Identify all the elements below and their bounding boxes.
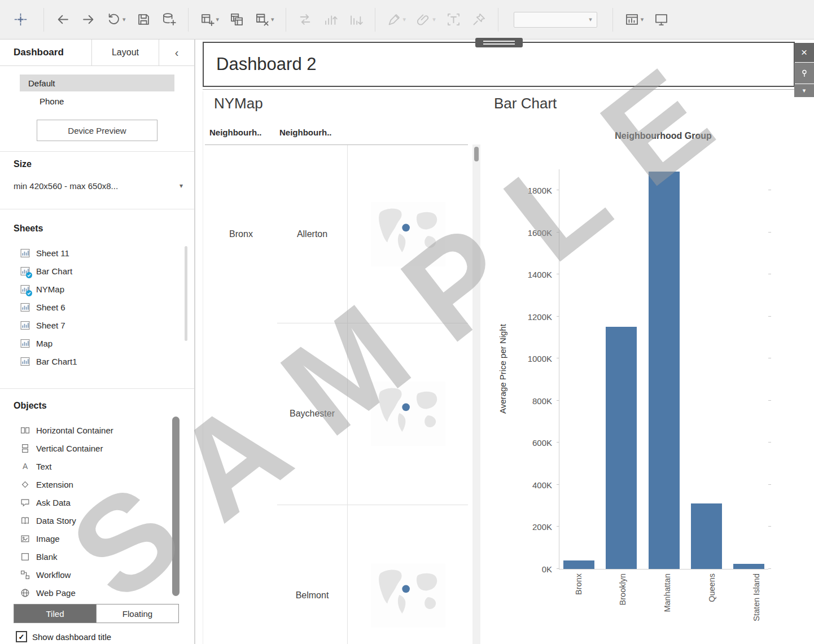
scrollbar-thumb[interactable] [474, 147, 479, 161]
highlight-button[interactable]: ▾ [384, 10, 409, 29]
fit-select[interactable]: ▾ [514, 12, 597, 28]
swap-rows-columns-button[interactable] [295, 10, 315, 29]
tick-mark [557, 190, 559, 190]
drag-handle[interactable] [475, 38, 523, 47]
group-cell[interactable]: Bronx [205, 145, 277, 323]
new-worksheet-button[interactable]: ▾ [198, 10, 222, 29]
show-mark-labels-button[interactable] [444, 10, 463, 29]
show-dashboard-title-checkbox[interactable]: ✓ [16, 631, 27, 642]
tick-mark [768, 442, 771, 443]
blank-icon [20, 552, 30, 562]
tick-mark [768, 526, 771, 527]
sheet-item[interactable]: Bar Chart [0, 262, 194, 280]
group-members-button[interactable]: ▾ [414, 10, 438, 29]
object-item-workflow[interactable]: Workflow [0, 566, 194, 584]
sheet-label: Map [36, 339, 52, 348]
category-labels: BronxBrooklynManhattanQueensStaten Islan… [559, 573, 776, 644]
tab-dashboard[interactable]: Dashboard [0, 40, 91, 65]
tiled-button[interactable]: Tiled [14, 604, 96, 623]
sheet-item[interactable]: Sheet 7 [0, 316, 194, 334]
object-item-horizontal-container[interactable]: Horizontal Container [0, 421, 194, 439]
sheet-item[interactable]: Sheet 11 [0, 244, 194, 262]
x-category-label[interactable]: Manhattan [663, 573, 672, 612]
object-item-image[interactable]: Image [0, 529, 194, 547]
bar-staten-island[interactable] [733, 564, 764, 569]
replay-button[interactable]: ▾ [104, 10, 128, 29]
x-category-label[interactable]: Queens [707, 573, 716, 602]
object-item-blank[interactable]: Blank [0, 547, 194, 566]
neighbourhood-cell[interactable]: Baychester [277, 323, 347, 505]
size-mode-default[interactable]: Default [20, 75, 174, 91]
sheet-item[interactable]: NYMap [0, 280, 194, 298]
nymap-column-header-2[interactable]: Neighbourh.. [279, 128, 332, 137]
extension-icon [20, 480, 30, 489]
y-axis-label[interactable]: Average Price per Night [498, 169, 507, 569]
floating-button[interactable]: Floating [96, 604, 178, 623]
divider [0, 151, 194, 152]
show-cards-button[interactable]: ▾ [622, 10, 646, 29]
clear-sheet-button[interactable]: ▾ [252, 10, 277, 29]
close-icon[interactable]: × [794, 43, 814, 62]
x-category-label[interactable]: Bronx [574, 573, 583, 595]
size-mode-phone[interactable]: Phone [20, 93, 174, 109]
object-item-web-page[interactable]: Web Page [0, 584, 194, 602]
toolbar-separator [612, 8, 613, 32]
object-label: Ask Data [36, 498, 71, 507]
barchart-worksheet: Bar Chart Neighbourhood Group Average Pr… [484, 91, 814, 644]
group-cell[interactable] [205, 323, 277, 505]
undo-button[interactable] [53, 10, 73, 29]
tab-layout[interactable]: Layout [91, 40, 159, 65]
device-preview-button[interactable]: Device Preview [37, 120, 157, 141]
sort-descending-button[interactable] [346, 10, 366, 29]
neighbourhood-cell[interactable]: Allerton [277, 145, 347, 323]
dashboard-size-select[interactable]: min 420x560 - max 650x8... ▾ [14, 178, 183, 193]
sheet-item[interactable]: Map [0, 334, 194, 352]
object-item-data-story[interactable]: Data Story [0, 511, 194, 529]
object-item-vertical-container[interactable]: Vertical Container [0, 439, 194, 457]
save-button[interactable] [134, 10, 154, 29]
map-mark[interactable] [348, 145, 468, 323]
sheet-item[interactable]: Sheet 6 [0, 298, 194, 316]
worksheet-icon [20, 266, 30, 276]
chevron-down-icon: ▾ [641, 16, 644, 23]
bar-brooklyn[interactable] [606, 327, 637, 569]
x-category-label[interactable]: Staten Island [752, 573, 761, 621]
redo-button[interactable] [78, 10, 98, 29]
chart-column-header[interactable]: Neighbourhood Group [559, 131, 768, 141]
sort-ascending-button[interactable] [321, 10, 340, 29]
tableau-logo-button[interactable] [11, 10, 30, 29]
map-mark[interactable] [348, 505, 468, 644]
bar-bronx[interactable] [563, 560, 594, 569]
sheets-scrollbar[interactable] [185, 246, 187, 341]
sheet-item[interactable]: Bar Chart1 [0, 352, 194, 370]
sheet-label: Sheet 7 [36, 321, 65, 330]
fix-axes-button[interactable] [469, 10, 489, 29]
bar-manhattan[interactable] [649, 172, 680, 569]
in-dashboard-badge [26, 290, 32, 296]
pin-icon[interactable] [794, 63, 814, 84]
objects-scrollbar[interactable] [172, 417, 180, 596]
worksheet-scrollbar[interactable] [472, 144, 480, 644]
dashboard-title-object[interactable]: Dashboard 2 [203, 42, 795, 87]
nymap-title: NYMap [214, 95, 263, 112]
sheets-list: Sheet 11Bar ChartNYMapSheet 6Sheet 7MapB… [0, 244, 194, 370]
collapse-pane-icon[interactable]: ‹ [159, 40, 194, 65]
presentation-mode-icon [654, 12, 669, 27]
object-label: Image [36, 534, 60, 544]
group-cell[interactable] [205, 505, 277, 644]
object-item-text[interactable]: AText [0, 457, 194, 475]
bar-queens[interactable] [691, 503, 722, 569]
nymap-column-header-1[interactable]: Neighbourh.. [209, 128, 262, 137]
add-data-button[interactable] [159, 10, 179, 29]
object-item-extension[interactable]: Extension [0, 475, 194, 493]
map-mark[interactable] [348, 323, 468, 505]
neighbourhood-cell[interactable]: Belmont [277, 505, 347, 644]
duplicate-sheet-button[interactable] [227, 10, 247, 29]
nymap-rows: BronxAllertonBaychesterBelmont [205, 145, 468, 644]
more-options-icon[interactable]: ▾ [794, 84, 814, 97]
presentation-mode-button[interactable] [651, 10, 671, 29]
nymap-row: Baychester [205, 323, 468, 505]
object-item-ask-data[interactable]: Ask Data [0, 493, 194, 511]
x-category-label[interactable]: Brooklyn [618, 573, 627, 605]
y-axis-ticks: 0K200K400K600K800K1000K1200K1400K1600K18… [517, 169, 552, 569]
